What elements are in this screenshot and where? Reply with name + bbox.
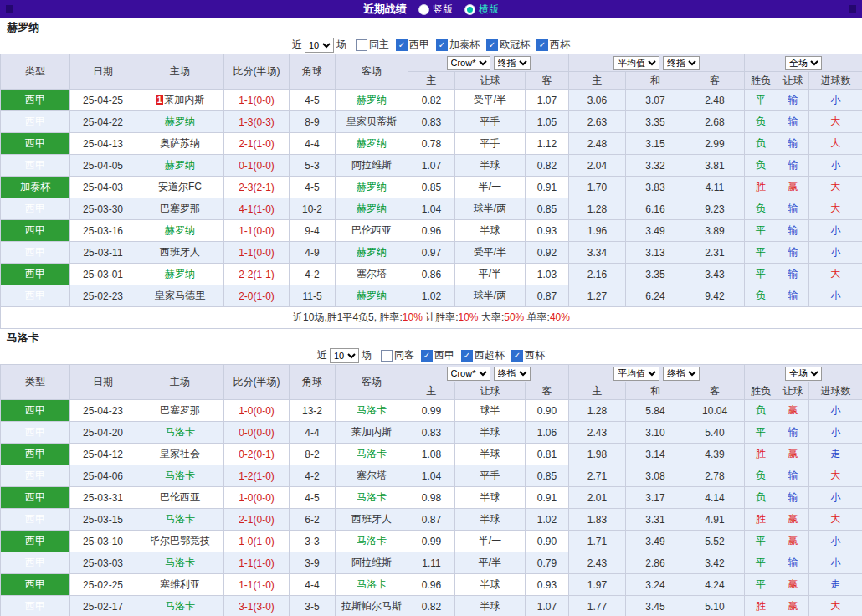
filter-checkbox-0[interactable]: 同主 [356, 38, 389, 52]
date-cell: 25-03-01 [70, 264, 136, 285]
result-wdl-cell: 负 [745, 111, 777, 133]
scope-select[interactable]: 全场 [785, 56, 822, 70]
avg-draw-cell: 3.14 [626, 444, 685, 465]
odds-stage-select[interactable]: 终指 [494, 367, 531, 381]
odds-home-cell: 0.85 [408, 177, 455, 198]
result-handicap-cell: 输 [777, 264, 809, 285]
radio-icon [418, 4, 429, 15]
sub-column-header: 让球 [777, 382, 809, 400]
handicap-cell: 半/一 [455, 531, 526, 552]
avg-source-select[interactable]: 平均值 [613, 56, 659, 70]
avg-source-select[interactable]: 平均值 [613, 367, 659, 381]
result-goals-cell: 走 [809, 574, 862, 596]
handicap-cell: 平手 [455, 133, 526, 155]
league-cell: 西甲 [1, 155, 70, 177]
team-name-text: 阿拉维斯 [351, 159, 392, 171]
filter-checkbox-2[interactable]: 加泰杯 [436, 38, 480, 52]
team-name-text: 赫罗纳 [165, 159, 195, 171]
team-name-text: 塞尔塔 [357, 268, 387, 280]
match-row: 西甲25-03-30巴塞罗那4-1(1-0)10-2赫罗纳1.04球半/两0.8… [1, 198, 862, 220]
match-row: 西甲25-02-25塞维利亚1-1(1-0)4-4马洛卡0.96半球0.931.… [1, 574, 862, 596]
odds-away-cell: 0.91 [526, 177, 569, 198]
result-handicap-cell: 输 [777, 285, 809, 307]
result-goals-cell: 小 [809, 487, 862, 509]
checkbox-label: 加泰杯 [449, 38, 480, 52]
odds-away-cell: 0.90 [526, 400, 569, 422]
avg-home-cell: 1.96 [569, 220, 626, 242]
team-name-text: 皇家贝蒂斯 [346, 116, 397, 127]
filter-checkbox-1[interactable]: 西甲 [396, 38, 429, 52]
avg-draw-cell: 3.17 [626, 487, 685, 509]
result-handicap-cell: 输 [777, 487, 809, 509]
sub-column-header: 主 [569, 382, 626, 400]
column-header: 类型 [1, 54, 70, 90]
match-count-select[interactable]: 10 [305, 38, 334, 53]
checkbox-label: 同主 [369, 38, 389, 52]
corners-cell: 4-5 [290, 177, 336, 198]
away-team-cell: 塞尔塔 [336, 264, 408, 285]
filter-checkbox-0[interactable]: 同客 [381, 348, 414, 362]
odds-away-cell: 0.85 [526, 198, 569, 220]
corners-cell: 10-2 [290, 198, 336, 220]
away-team-cell: 巴伦西亚 [336, 220, 408, 242]
layout-radio-vertical[interactable]: 竖版 [418, 3, 453, 17]
odds-home-cell: 1.07 [408, 155, 455, 177]
date-cell: 25-03-31 [70, 487, 136, 509]
league-cell: 西甲 [1, 133, 70, 155]
summary-segment: 近10场,胜1平4负5, [293, 311, 379, 323]
team-name: 马洛卡 [7, 331, 39, 346]
checkbox-icon [396, 39, 408, 51]
home-team-cell: 巴塞罗那 [136, 198, 224, 220]
date-cell: 25-04-13 [70, 133, 136, 155]
corners-cell: 4-4 [290, 422, 336, 444]
odds-stage-select[interactable]: 终指 [494, 56, 531, 70]
sub-column-header: 让球 [455, 382, 526, 400]
scope-select[interactable]: 全场 [785, 367, 822, 381]
sub-column-header: 胜负 [745, 382, 777, 400]
match-count-select[interactable]: 10 [330, 348, 359, 363]
handicap-cell: 半球 [455, 574, 526, 596]
odds-company-select[interactable]: Crow* [447, 367, 490, 381]
team-name-text: 莱加内斯 [351, 426, 392, 438]
odds-company-select[interactable]: Crow* [447, 56, 490, 70]
match-row: 西甲25-04-13奥萨苏纳2-1(1-0)4-4赫罗纳0.78平手1.122.… [1, 133, 862, 155]
team-name-text: 赫罗纳 [165, 116, 195, 127]
filter-checkbox-2[interactable]: 西超杯 [461, 348, 505, 362]
odds-away-cell: 0.82 [526, 155, 569, 177]
filter-checkbox-4[interactable]: 西杯 [536, 38, 570, 52]
league-cell: 加泰杯 [1, 177, 70, 198]
away-team-cell: 阿拉维斯 [336, 155, 408, 177]
result-handicap-cell: 输 [777, 133, 809, 155]
team-name-text: 赫罗纳 [357, 203, 387, 214]
filter-checkbox-3[interactable]: 欧冠杯 [486, 38, 530, 52]
filter-checkbox-3[interactable]: 西杯 [511, 348, 545, 362]
match-row: 西甲25-04-05赫罗纳0-1(0-0)5-3阿拉维斯1.07半球0.822.… [1, 155, 862, 177]
date-cell: 25-03-03 [70, 552, 136, 574]
date-cell: 25-02-25 [70, 574, 136, 596]
date-cell: 25-03-10 [70, 531, 136, 552]
result-wdl-cell: 平 [745, 220, 777, 242]
odds-home-cell: 0.83 [408, 111, 455, 133]
avg-home-cell: 2.43 [569, 422, 626, 444]
sub-column-header: 和 [626, 72, 685, 90]
layout-radio-horizontal[interactable]: 横版 [464, 3, 499, 17]
odds-home-cell: 0.82 [408, 90, 455, 111]
avg-draw-cell: 2.86 [626, 552, 685, 574]
away-team-cell: 拉斯帕尔马斯 [336, 596, 408, 616]
avg-stage-select[interactable]: 终指 [663, 56, 700, 70]
score-cell: 0-1(0-0) [224, 155, 290, 177]
avg-stage-select[interactable]: 终指 [663, 367, 700, 381]
filter-checkbox-1[interactable]: 西甲 [421, 348, 454, 362]
odds-home-cell: 0.97 [408, 242, 455, 264]
away-team-cell: 莱加内斯 [336, 422, 408, 444]
score-cell: 1-0(0-0) [224, 400, 290, 422]
team-name-text: 赫罗纳 [357, 94, 387, 105]
corners-cell: 13-2 [290, 400, 336, 422]
column-header: 角球 [290, 365, 336, 400]
home-team-cell: 1莱加内斯 [136, 90, 224, 111]
checkbox-icon [461, 350, 473, 362]
corner-decoration-left-icon [6, 5, 13, 13]
match-row: 西甲25-03-10毕尔巴鄂竞技1-0(1-0)3-3马洛卡0.99半/一0.9… [1, 531, 862, 552]
result-handicap-cell: 输 [777, 242, 809, 264]
team-name-text: 赫罗纳 [165, 268, 195, 280]
